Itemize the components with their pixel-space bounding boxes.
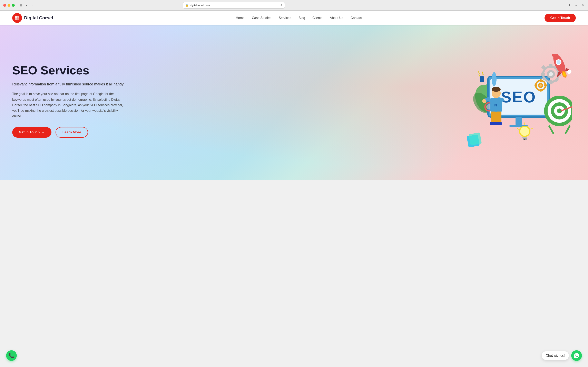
nav-contact[interactable]: Contact <box>351 16 362 20</box>
svg-rect-26 <box>540 79 542 82</box>
chat-bubble: Chat with us! <box>542 351 569 360</box>
whatsapp-button[interactable] <box>571 350 582 361</box>
svg-rect-15 <box>549 64 553 68</box>
logo-text: Digital Corsel <box>24 15 53 21</box>
svg-rect-65 <box>496 111 502 123</box>
browser-right-toolbar: ⬆ + ⧉ <box>568 3 585 7</box>
windows-icon[interactable]: ⧉ <box>581 3 585 7</box>
svg-rect-17 <box>541 73 545 76</box>
svg-point-52 <box>492 72 497 86</box>
hero-subtitle: Relevant information from a fully furnis… <box>12 82 127 87</box>
svg-rect-27 <box>540 89 542 92</box>
nav-case-studies[interactable]: Case Studies <box>252 16 271 20</box>
hero-illustration: SEO <box>127 50 576 152</box>
svg-rect-67 <box>496 122 502 125</box>
hero-content: SEO Services Relevant information from a… <box>12 64 127 138</box>
svg-point-69 <box>520 127 529 136</box>
svg-line-70 <box>517 128 519 129</box>
svg-text:SEO: SEO <box>501 88 536 106</box>
close-button[interactable] <box>3 4 6 7</box>
logo-icon <box>12 13 22 23</box>
nav-about-us[interactable]: About Us <box>330 16 343 20</box>
phone-icon: 📞 <box>8 353 15 359</box>
svg-rect-16 <box>549 80 553 84</box>
hero-buttons: Get In Touch → Learn More <box>12 127 127 138</box>
svg-rect-10 <box>516 117 522 125</box>
nav-links: Home Case Studies Services Blog Clients … <box>236 16 362 20</box>
reload-icon[interactable]: ↺ <box>279 3 282 7</box>
nav-get-in-touch-button[interactable]: Get In Touch <box>545 14 576 22</box>
traffic-lights <box>3 4 15 7</box>
hero-title: SEO Services <box>12 64 127 77</box>
logo[interactable]: Digital Corsel <box>12 13 53 23</box>
svg-rect-73 <box>522 137 527 138</box>
phone-widget[interactable]: 📞 <box>6 350 17 361</box>
svg-line-46 <box>549 126 553 133</box>
nav-blog[interactable]: Blog <box>298 16 305 20</box>
hero-learn-more-button[interactable]: Learn More <box>56 127 88 138</box>
navbar: Digital Corsel Home Case Studies Service… <box>0 11 588 25</box>
maximize-button[interactable] <box>12 4 15 7</box>
share-icon[interactable]: ⬆ <box>568 3 572 7</box>
svg-rect-64 <box>491 111 496 123</box>
svg-rect-2 <box>15 18 17 20</box>
browser-navigation: ⊞ ▾ ‹ › <box>19 3 40 7</box>
svg-point-75 <box>524 139 525 140</box>
address-bar[interactable]: 🔒 digitalcorsel.com ↺ <box>183 2 285 8</box>
svg-point-14 <box>549 72 553 76</box>
browser-chrome: ⊞ ▾ ‹ › 🔒 digitalcorsel.com ↺ ⬆ + ⧉ <box>0 0 588 11</box>
website: Digital Corsel Home Case Studies Service… <box>0 11 588 180</box>
nav-clients[interactable]: Clients <box>312 16 322 20</box>
svg-rect-3 <box>17 18 19 20</box>
svg-point-58 <box>492 87 501 92</box>
hero-get-in-touch-button[interactable]: Get In Touch → <box>12 127 52 138</box>
minimize-button[interactable] <box>8 4 10 7</box>
svg-text:N: N <box>494 103 497 107</box>
hero-description: The goal is to have your site appear on … <box>12 91 127 119</box>
svg-rect-28 <box>535 84 537 86</box>
svg-line-71 <box>531 128 532 129</box>
seo-illustration: SEO <box>457 54 572 160</box>
whatsapp-icon <box>574 353 579 359</box>
nav-services[interactable]: Services <box>279 16 291 20</box>
chevron-down-icon[interactable]: ▾ <box>25 3 29 7</box>
new-tab-icon[interactable]: + <box>574 3 578 7</box>
security-icon: 🔒 <box>185 4 189 7</box>
forward-icon[interactable]: › <box>36 3 40 7</box>
svg-rect-29 <box>544 84 547 86</box>
back-icon[interactable]: ‹ <box>30 3 34 7</box>
svg-point-43 <box>557 108 562 113</box>
svg-rect-66 <box>490 122 496 125</box>
svg-point-63 <box>482 99 486 103</box>
svg-rect-50 <box>480 76 484 82</box>
chat-widget: Chat with us! <box>542 350 582 361</box>
svg-rect-77 <box>469 133 482 146</box>
svg-point-25 <box>539 84 542 87</box>
sidebar-toggle-icon[interactable]: ⊞ <box>19 3 23 7</box>
svg-rect-1 <box>17 16 19 18</box>
svg-line-47 <box>566 126 570 133</box>
url-text: digitalcorsel.com <box>190 4 210 7</box>
nav-home[interactable]: Home <box>236 16 245 20</box>
hero-section: SEO Services Relevant information from a… <box>0 25 588 180</box>
svg-rect-0 <box>15 16 17 18</box>
